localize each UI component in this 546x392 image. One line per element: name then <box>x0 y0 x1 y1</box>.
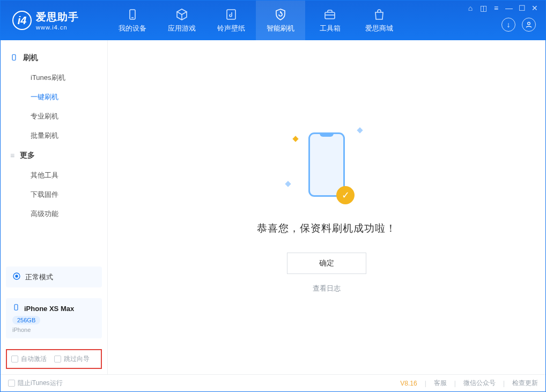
nav-label: 爱思商城 <box>365 24 393 33</box>
wechat-link[interactable]: 微信公众号 <box>463 379 496 388</box>
status-right: V8.16 | 客服 | 微信公众号 | 检查更新 <box>400 379 538 388</box>
music-icon <box>225 8 238 21</box>
phone-outline-icon <box>12 304 20 313</box>
success-message: 恭喜您，保资料刷机成功啦！ <box>257 221 396 235</box>
device-icon <box>10 54 18 63</box>
phone-icon <box>126 8 139 21</box>
app-name: 爱思助手 <box>36 10 79 24</box>
sidebar-item-advanced[interactable]: 高级功能 <box>1 204 107 224</box>
checkbox-label: 自动激活 <box>21 354 47 364</box>
top-nav: 我的设备 应用游戏 铃声壁纸 智能刷机 工具箱 爱思商城 <box>108 1 404 40</box>
sidebar-item-download-firmware[interactable]: 下载固件 <box>1 185 107 204</box>
device-storage: 256GB <box>12 316 40 324</box>
app-url: www.i4.cn <box>36 24 79 31</box>
list-icon: ≡ <box>10 151 14 160</box>
window-controls: ⌂ ◫ ≡ — ☐ ✕ <box>464 1 541 16</box>
view-log-link[interactable]: 查看日志 <box>313 284 341 293</box>
skip-guide-checkbox[interactable]: 跳过向导 <box>54 354 90 364</box>
auto-activate-checkbox[interactable]: 自动激活 <box>11 354 47 364</box>
logo-icon: i4 <box>12 11 32 30</box>
checkbox-icon <box>8 380 15 387</box>
maximize-icon[interactable]: ☐ <box>518 4 526 12</box>
main-panel: ✓ 恭喜您，保资料刷机成功啦！ 确定 查看日志 <box>108 40 545 374</box>
svg-point-5 <box>528 22 530 25</box>
phone-illustration-icon <box>308 132 345 197</box>
logo-area: i4 爱思助手 www.i4.cn <box>1 10 108 31</box>
sidebar-list: 刷机 iTunes刷机 一键刷机 专业刷机 批量刷机 ≡ 更多 其他工具 下载固… <box>1 40 107 261</box>
nav-label: 我的设备 <box>119 24 146 33</box>
success-illustration: ✓ <box>284 122 370 208</box>
svg-rect-3 <box>325 12 335 19</box>
svg-point-8 <box>16 275 18 277</box>
sidebar-item-oneclick-flash[interactable]: 一键刷机 <box>1 87 107 107</box>
shirt-icon[interactable]: ⌂ <box>466 4 475 12</box>
menu-icon[interactable]: ≡ <box>492 4 500 12</box>
toolbox-icon <box>323 8 336 21</box>
box-icon[interactable]: ◫ <box>479 4 488 12</box>
sidebar-section-more: ≡ 更多 <box>1 145 107 166</box>
title-bar: i4 爱思助手 www.i4.cn 我的设备 应用游戏 铃声壁纸 智能刷机 <box>1 1 545 40</box>
section-title: 刷机 <box>23 53 38 63</box>
sidebar-section-flash: 刷机 <box>1 48 107 68</box>
svg-rect-9 <box>14 305 18 310</box>
svg-rect-6 <box>12 54 16 60</box>
support-link[interactable]: 客服 <box>434 379 447 388</box>
check-badge-icon: ✓ <box>336 186 355 204</box>
checkbox-label: 跳过向导 <box>64 354 90 364</box>
shield-refresh-icon <box>274 8 287 21</box>
block-itunes-checkbox[interactable]: 阻止iTunes运行 <box>8 379 63 388</box>
sidebar-item-other-tools[interactable]: 其他工具 <box>1 166 107 185</box>
nav-label: 智能刷机 <box>267 24 294 33</box>
checkbox-icon <box>54 356 61 363</box>
nav-label: 应用游戏 <box>168 24 196 33</box>
checkbox-label: 阻止iTunes运行 <box>18 379 63 388</box>
sidebar-item-batch-flash[interactable]: 批量刷机 <box>1 126 107 145</box>
nav-ringtone-wallpaper[interactable]: 铃声壁纸 <box>206 1 256 40</box>
mode-icon <box>12 272 21 282</box>
sidebar-item-pro-flash[interactable]: 专业刷机 <box>1 107 107 126</box>
nav-label: 铃声壁纸 <box>217 24 245 33</box>
sidebar-item-itunes-flash[interactable]: iTunes刷机 <box>1 68 107 87</box>
status-bar: 阻止iTunes运行 V8.16 | 客服 | 微信公众号 | 检查更新 <box>1 374 545 391</box>
titlebar-right: ⌂ ◫ ≡ — ☐ ✕ ↓ <box>464 1 541 32</box>
sidebar: 刷机 iTunes刷机 一键刷机 专业刷机 批量刷机 ≡ 更多 其他工具 下载固… <box>1 40 108 374</box>
version-label: V8.16 <box>400 380 417 387</box>
nav-my-device[interactable]: 我的设备 <box>108 1 157 40</box>
app-window: i4 爱思助手 www.i4.cn 我的设备 应用游戏 铃声壁纸 智能刷机 <box>0 0 546 392</box>
user-icon[interactable] <box>522 18 536 32</box>
checkbox-icon <box>11 356 18 363</box>
minimize-icon[interactable]: — <box>505 4 513 12</box>
user-controls: ↓ <box>501 18 541 32</box>
cube-icon <box>175 8 188 21</box>
confirm-button[interactable]: 确定 <box>287 253 366 274</box>
device-type: iPhone <box>12 327 95 333</box>
nav-apps-games[interactable]: 应用游戏 <box>157 1 206 40</box>
bag-icon <box>373 8 386 21</box>
section-title: 更多 <box>20 151 35 160</box>
check-update-link[interactable]: 检查更新 <box>512 379 538 388</box>
nav-smart-flash[interactable]: 智能刷机 <box>256 1 305 40</box>
mode-label: 正常模式 <box>25 272 53 282</box>
sparkle-icon <box>357 127 363 133</box>
sparkle-icon <box>292 136 298 142</box>
nav-toolbox[interactable]: 工具箱 <box>305 1 355 40</box>
device-name: iPhone XS Max <box>24 305 74 313</box>
bottom-options-highlighted: 自动激活 跳过向导 <box>6 349 102 369</box>
close-icon[interactable]: ✕ <box>530 4 539 12</box>
download-icon[interactable]: ↓ <box>501 18 515 32</box>
nav-store[interactable]: 爱思商城 <box>355 1 404 40</box>
svg-rect-2 <box>227 10 235 19</box>
sparkle-icon <box>285 181 291 187</box>
body: 刷机 iTunes刷机 一键刷机 专业刷机 批量刷机 ≡ 更多 其他工具 下载固… <box>1 40 545 374</box>
nav-label: 工具箱 <box>320 24 341 33</box>
device-info-box[interactable]: iPhone XS Max 256GB iPhone <box>6 298 102 338</box>
device-mode-box[interactable]: 正常模式 <box>6 267 102 287</box>
logo-text: 爱思助手 www.i4.cn <box>36 10 79 31</box>
